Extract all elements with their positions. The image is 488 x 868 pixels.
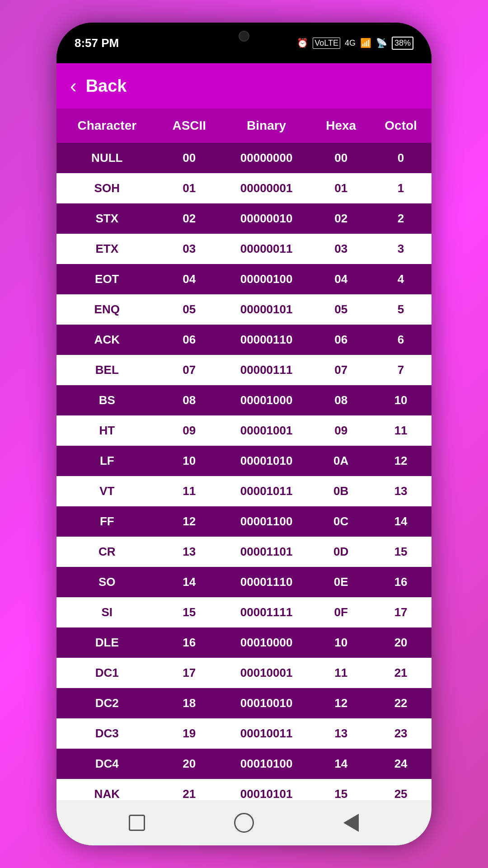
table-cell: 06	[312, 325, 370, 355]
col-character: Character	[56, 108, 158, 143]
table-cell: 00010100	[221, 749, 312, 779]
table-cell: 00001000	[221, 385, 312, 415]
table-cell: 3	[370, 234, 432, 264]
table-cell: 09	[158, 415, 221, 446]
table-cell: SI	[56, 597, 158, 627]
table-cell: 02	[158, 203, 221, 234]
table-cell: NULL	[56, 143, 158, 173]
table-row: VT11000010110B13	[56, 476, 432, 506]
table-cell: DC2	[56, 688, 158, 718]
table-row: DC117000100011121	[56, 658, 432, 688]
table-header-row: Character ASCII Binary Hexa Octol	[56, 108, 432, 143]
status-bar: 8:57 PM ⏰ VoLTE 4G 📶 📡 38%	[56, 23, 432, 63]
table-cell: 16	[370, 567, 432, 597]
table-cell: 0C	[312, 506, 370, 537]
table-cell: 11	[370, 415, 432, 446]
table-cell: SO	[56, 567, 158, 597]
table-cell: 00010000	[221, 627, 312, 658]
table-cell: 00000001	[221, 173, 312, 203]
table-cell: 2	[370, 203, 432, 234]
table-cell: 1	[370, 173, 432, 203]
table-row: NULL0000000000000	[56, 143, 432, 173]
back-button[interactable]: ‹	[70, 75, 77, 97]
table-cell: 03	[312, 234, 370, 264]
table-cell: 00000110	[221, 325, 312, 355]
nav-home-button[interactable]	[233, 811, 255, 834]
table-cell: 14	[312, 749, 370, 779]
table-cell: 00001010	[221, 446, 312, 476]
app-bar: ‹ Back	[56, 63, 432, 108]
table-cell: 07	[312, 355, 370, 385]
table-row: EOT0400000100044	[56, 264, 432, 294]
table-cell: 11	[158, 476, 221, 506]
alarm-icon: ⏰	[297, 38, 308, 48]
table-cell: 20	[370, 627, 432, 658]
nav-back-button[interactable]	[340, 811, 362, 834]
table-cell: 08	[312, 385, 370, 415]
table-cell: LF	[56, 446, 158, 476]
table-cell: 10	[370, 385, 432, 415]
table-cell: 23	[370, 718, 432, 749]
table-cell: 00001111	[221, 597, 312, 627]
table-cell: CR	[56, 537, 158, 567]
table-cell: ENQ	[56, 294, 158, 325]
nav-square-button[interactable]	[126, 811, 148, 834]
table-row: ENQ0500000101055	[56, 294, 432, 325]
table-cell: 00010101	[221, 779, 312, 800]
table-cell: 05	[158, 294, 221, 325]
table-row: BEL0700000111077	[56, 355, 432, 385]
table-cell: 17	[158, 658, 221, 688]
table-cell: 04	[312, 264, 370, 294]
table-cell: 18	[158, 688, 221, 718]
4g-icon: 4G	[345, 38, 356, 48]
table-cell: 19	[158, 718, 221, 749]
table-cell: 00000000	[221, 143, 312, 173]
triangle-icon	[343, 814, 359, 832]
table-cell: 02	[312, 203, 370, 234]
table-cell: HT	[56, 415, 158, 446]
app-bar-title: Back	[86, 76, 127, 96]
col-binary: Binary	[221, 108, 312, 143]
table-cell: 00000010	[221, 203, 312, 234]
table-cell: EOT	[56, 264, 158, 294]
table-row: CR13000011010D15	[56, 537, 432, 567]
wifi-icon: 📡	[376, 38, 387, 48]
col-hexa: Hexa	[312, 108, 370, 143]
status-icons: ⏰ VoLTE 4G 📶 📡 38%	[297, 37, 413, 50]
phone-frame: 8:57 PM ⏰ VoLTE 4G 📶 📡 38% ‹ Back Charac…	[56, 23, 432, 845]
table-row: ACK0600000110066	[56, 325, 432, 355]
table-cell: 7	[370, 355, 432, 385]
table-cell: 01	[158, 173, 221, 203]
table-cell: 20	[158, 749, 221, 779]
table-cell: 21	[158, 779, 221, 800]
volte-icon: VoLTE	[313, 38, 340, 49]
table-cell: 01	[312, 173, 370, 203]
square-icon	[129, 815, 145, 831]
table-cell: 15	[158, 597, 221, 627]
table-cell: 13	[312, 718, 370, 749]
table-cell: BS	[56, 385, 158, 415]
table-cell: 00000111	[221, 355, 312, 385]
table-cell: 14	[158, 567, 221, 597]
table-cell: 00001011	[221, 476, 312, 506]
table-cell: 10	[158, 446, 221, 476]
table-cell: 14	[370, 506, 432, 537]
table-cell: 08	[158, 385, 221, 415]
table-cell: 21	[370, 658, 432, 688]
table-cell: 0F	[312, 597, 370, 627]
table-row: LF10000010100A12	[56, 446, 432, 476]
table-cell: 0D	[312, 537, 370, 567]
table-cell: STX	[56, 203, 158, 234]
table-cell: 6	[370, 325, 432, 355]
table-cell: BEL	[56, 355, 158, 385]
table-row: BS08000010000810	[56, 385, 432, 415]
table-cell: VT	[56, 476, 158, 506]
table-row: DC218000100101222	[56, 688, 432, 718]
table-cell: 00000101	[221, 294, 312, 325]
table-cell: 00010011	[221, 718, 312, 749]
table-cell: DLE	[56, 627, 158, 658]
table-row: HT09000010010911	[56, 415, 432, 446]
table-cell: 17	[370, 597, 432, 627]
table-cell: 00001100	[221, 506, 312, 537]
notch	[203, 23, 285, 45]
